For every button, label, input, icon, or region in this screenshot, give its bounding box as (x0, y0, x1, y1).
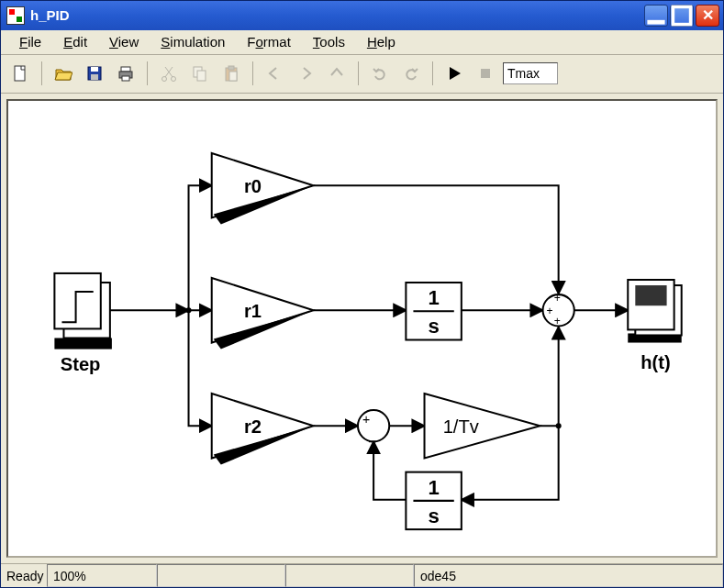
menu-view[interactable]: View (98, 32, 150, 51)
svg-rect-29 (54, 338, 111, 349)
svg-text:s: s (428, 505, 439, 527)
sim-stop-time-field[interactable]: Tmax (503, 62, 558, 84)
status-ready-label: Ready (1, 564, 47, 587)
maximize-button[interactable] (670, 5, 694, 27)
block-scope[interactable]: h(t) (628, 280, 681, 372)
menu-file[interactable]: Filedocument.currentScript.previousEleme… (8, 32, 52, 51)
svg-rect-14 (197, 71, 206, 81)
copy-button[interactable] (186, 60, 214, 87)
svg-marker-34 (212, 278, 314, 343)
window-title: h_PID (30, 7, 644, 23)
status-solver: ode45 (414, 564, 723, 587)
svg-marker-36 (212, 394, 314, 459)
cut-button[interactable] (155, 60, 183, 87)
svg-text:+: + (554, 292, 561, 305)
svg-text:−: − (368, 433, 376, 449)
app-window: h_PID ✕ Filedocument.currentScript.previ… (0, 0, 724, 588)
svg-rect-16 (228, 66, 234, 70)
gain-1tv-label: 1/Tv (443, 416, 479, 437)
svg-rect-5 (91, 74, 98, 80)
svg-marker-18 (450, 67, 461, 80)
gain-r1-label: r1 (244, 301, 262, 321)
app-icon (6, 6, 25, 25)
menu-tools[interactable]: Tools (302, 32, 356, 51)
block-integrator-2[interactable]: 1 s (406, 472, 461, 528)
undo-button[interactable] (366, 60, 394, 87)
block-gain-r1[interactable]: r1 (212, 278, 314, 349)
titlebar: h_PID ✕ (1, 1, 723, 30)
svg-point-28 (556, 423, 562, 428)
svg-point-27 (186, 307, 192, 313)
forward-button[interactable] (292, 60, 319, 87)
statusbar: Ready 100% ode45 (1, 563, 723, 587)
status-progress: 100% (47, 564, 157, 587)
status-cell-2 (157, 564, 285, 587)
svg-text:1: 1 (428, 286, 439, 309)
new-button[interactable] (6, 60, 34, 87)
svg-marker-38 (425, 394, 540, 459)
svg-rect-57 (635, 285, 666, 305)
svg-marker-32 (212, 152, 314, 217)
svg-point-11 (162, 77, 167, 82)
minimize-button[interactable] (644, 5, 668, 27)
block-sum[interactable]: + + + (543, 292, 574, 327)
svg-rect-2 (15, 66, 25, 81)
gain-r2-label: r2 (244, 416, 262, 437)
svg-rect-8 (122, 76, 129, 81)
svg-text:s: s (428, 315, 439, 338)
open-button[interactable] (50, 60, 77, 87)
block-gain-r2[interactable]: r2 (212, 394, 314, 465)
toolbar: Tmax (1, 55, 723, 93)
block-gain-r0[interactable]: r0 (212, 152, 314, 224)
block-subtract[interactable]: + − (358, 410, 389, 449)
menu-simulation[interactable]: Simulation (150, 32, 236, 51)
svg-text:1: 1 (428, 475, 439, 498)
model-canvas[interactable]: Step r0 r1 r2 (6, 99, 718, 559)
menu-format[interactable]: Format (236, 32, 302, 51)
svg-rect-19 (481, 69, 490, 78)
svg-text:+: + (554, 315, 561, 327)
block-gain-1tv[interactable]: 1/Tv (425, 394, 540, 459)
svg-point-12 (172, 77, 176, 82)
up-button[interactable] (323, 60, 351, 87)
save-button[interactable] (81, 60, 108, 87)
block-step[interactable]: Step (54, 272, 111, 373)
svg-rect-6 (121, 67, 130, 72)
step-label: Step (61, 353, 101, 373)
close-button[interactable]: ✕ (696, 5, 719, 27)
diagram-svg: Step r0 r1 r2 (8, 101, 716, 557)
redo-button[interactable] (397, 60, 425, 87)
svg-text:+: + (547, 305, 553, 317)
run-button[interactable] (440, 60, 468, 87)
scope-label: h(t) (640, 351, 670, 372)
svg-rect-31 (54, 272, 100, 327)
svg-rect-1 (673, 6, 690, 24)
back-button[interactable] (261, 60, 288, 87)
print-button[interactable] (112, 60, 139, 87)
gain-r0-label: r0 (244, 176, 262, 196)
status-cell-3 (285, 564, 414, 587)
block-integrator-1[interactable]: 1 s (406, 283, 461, 339)
svg-rect-4 (91, 67, 98, 72)
paste-button[interactable] (217, 60, 245, 87)
stop-button[interactable] (472, 60, 499, 87)
svg-text:+: + (362, 412, 370, 427)
menu-help[interactable]: Help (356, 32, 407, 51)
menu-edit[interactable]: Edit (52, 32, 98, 51)
menubar: Filedocument.currentScript.previousEleme… (1, 30, 723, 56)
svg-rect-17 (229, 72, 237, 81)
